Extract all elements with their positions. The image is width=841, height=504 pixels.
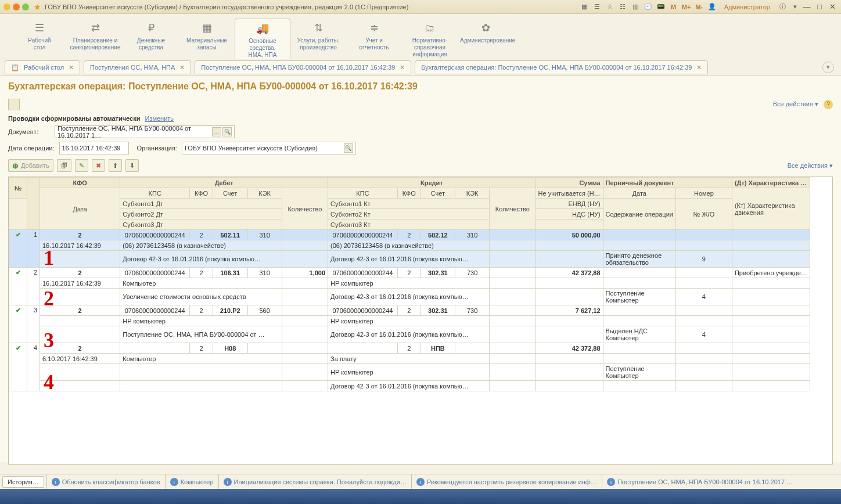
minimize-button[interactable]: — [800,2,813,11]
document-input[interactable]: Поступление ОС, НМА, НПА БУ00-000004 от … [55,125,235,138]
col-pd-date[interactable]: Дата [603,188,675,199]
postings-table[interactable]: № КФО Дебет Кредит Сумма Первичный докум… [8,177,833,465]
tb-icon-star[interactable]: ☆ [605,2,615,12]
doc-search-button[interactable]: 🔍 [222,127,232,136]
table-row-sub[interactable]: Увеличение стоимости основных средств До… [9,289,810,305]
nav-item-5[interactable]: ⇅Услуги, работы,производство [290,19,346,59]
col-envd[interactable]: ЕНВД (НУ) [535,199,603,209]
org-search-button[interactable]: 🔍 [344,143,353,153]
org-input[interactable]: ГОБУ ВПО Университет искусств (Субсидия)… [182,142,356,154]
tb-icon-5[interactable]: 🕘 [643,2,653,12]
table-row[interactable]: ✔ 3 2 070600000000002442210.Р2560 070600… [9,305,810,316]
col-date[interactable]: Дата [40,188,120,230]
table-row-sub[interactable]: 16.10.2017 16:42:39 Компьютер HP компьют… [9,278,810,289]
col-jo[interactable]: № Ж/О [675,199,732,230]
col-noacc[interactable]: Не учитывается (Н… [535,188,603,199]
tab-0[interactable]: 📋 Рабочий стол✕ [5,60,80,74]
nav-item-7[interactable]: 🗂Нормативно-справочнаяинформация [402,19,458,59]
tb-icon-4[interactable]: ▥ [630,2,641,12]
delete-button[interactable]: ✖ [92,159,105,172]
col-content[interactable]: Содержание операции [603,199,675,230]
calc-m[interactable]: M [669,2,679,12]
tab-1[interactable]: Поступления ОС, НМА, НПА✕ [84,60,191,74]
col-n[interactable]: № [9,178,27,199]
help-icon[interactable]: ? [824,100,833,109]
doc-ellipsis-button[interactable]: … [212,127,221,136]
close-icon[interactable]: ✕ [400,64,405,71]
close-button[interactable]: ✕ [826,2,839,11]
col-char-dt[interactable]: (Дт) Характеристика … [732,178,810,188]
col-k-kfo[interactable]: КФО [397,188,420,199]
table-row[interactable]: ✔ 4 2 2H08 2НПВ 42 372,88 [9,343,810,354]
col-k-sub2[interactable]: Субконто2 Кт [328,209,490,219]
tb-icon-2[interactable]: ☰ [592,2,602,12]
date-input[interactable]: 16.10.2017 16:42:39 [59,142,129,154]
close-icon[interactable]: ✕ [696,64,702,71]
all-actions-table-link[interactable]: Все действия ▾ [788,162,833,170]
col-k-sub3[interactable]: Субконто3 Кт [328,219,490,230]
col-d-kfo[interactable]: КФО [190,188,213,199]
tab-2[interactable]: Поступление ОС, НМА, НПА БУ00-000004 от … [195,60,411,74]
col-d-sch[interactable]: Счет [213,188,247,199]
col-d-sub1[interactable]: Субконто1 Дт [120,199,282,209]
tb-icon-3[interactable]: ☷ [617,2,628,12]
status-item-2[interactable]: iИнициализация системы справки. Пожалуйс… [218,474,411,489]
nav-item-3[interactable]: ▦Материальныезапасы [179,19,235,59]
table-row-sub[interactable]: Поступление ОС, НМА, НПА БУ00-000004 от … [9,326,810,343]
copy-button[interactable]: 🗐 [57,159,71,172]
table-row-sub[interactable]: 16.10.2017 16:42:39 (06) 20736123458 (в … [9,240,810,251]
col-k-sch[interactable]: Счет [420,188,455,199]
down-button[interactable]: ⬇ [125,159,139,172]
info-icon[interactable]: ⓘ [777,2,788,12]
star-icon[interactable]: ★ [34,2,41,12]
calc-mplus[interactable]: M+ [681,2,692,12]
col-d-qty[interactable]: Количество [282,188,328,230]
grey-button[interactable] [8,99,20,110]
history-button[interactable]: История… [2,476,44,488]
status-item-4[interactable]: iПоступление ОС, НМА, НПА БУ00-000004 от… [602,474,797,489]
col-k-sub1[interactable]: Субконто1 Кт [328,199,490,209]
col-d-kps[interactable]: КПС [120,188,190,199]
col-char-kt[interactable]: (Кт) Характеристика движения [732,188,810,230]
add-button[interactable]: ⊕Добавить [8,159,53,172]
table-row-sub[interactable]: HP компьютер Поступление Компьютер [9,364,810,381]
dropdown-icon[interactable]: ▾ [790,2,800,12]
col-pd-num[interactable]: Номер [675,188,732,199]
calc-mminus[interactable]: M- [694,2,705,12]
table-row-sub[interactable]: 6.10.2017 16:42:39 Компьютер За плату [9,354,810,364]
close-icon[interactable]: ✕ [179,64,185,71]
nav-item-6[interactable]: ≑Учет иотчетность [346,19,402,59]
col-d-sub2[interactable]: Субконто2 Дт [120,209,282,219]
col-k-kps[interactable]: КПС [328,188,398,199]
close-icon[interactable]: ✕ [69,64,74,71]
expand-button[interactable]: ▾ [822,62,834,73]
table-row[interactable]: ✔ 2 2 070600000000002442106.313101,000 0… [9,268,810,278]
change-link[interactable]: Изменить [145,115,174,122]
col-credit[interactable]: Кредит [328,178,535,188]
edit-button[interactable]: ✎ [75,159,88,172]
table-row-sub[interactable]: Договор 42-3 от 16.01.2016 (покупка комп… [9,251,810,268]
col-sum[interactable]: Сумма [535,178,603,188]
maximize-button[interactable]: □ [813,2,826,11]
nav-item-4[interactable]: 🚚Основные средства,НМА, НПА [235,19,290,59]
up-button[interactable]: ⬆ [109,159,122,172]
table-row[interactable]: ✔ 1 2 070600000000002442502.11310 070600… [9,230,810,240]
col-debit[interactable]: Дебет [120,178,328,188]
col-primdoc[interactable]: Первичный документ [603,178,732,188]
nav-item-1[interactable]: ⇄Планирование исанкционирование [67,19,123,59]
table-row-sub[interactable]: Договор 42-3 от 16.01.2016 (покупка комп… [9,381,810,391]
tab-3[interactable]: Бухгалтерская операция: Поступление ОС, … [415,60,708,74]
nav-item-8[interactable]: ✿Администрирование [458,19,513,59]
status-item-0[interactable]: iОбновить классификатор банков [46,474,165,489]
col-k-qty[interactable]: Количество [490,188,535,230]
nav-item-0[interactable]: ☰Рабочийстол [12,19,67,59]
tb-icon-1[interactable]: ▦ [579,2,590,12]
status-item-1[interactable]: iКомпьютер [165,474,218,489]
table-row-sub[interactable]: HP компьютер HP компьютер [9,316,810,326]
calc-icon[interactable]: 📟 [656,2,666,12]
col-kfo[interactable]: КФО [40,178,120,188]
nav-item-2[interactable]: ₽Денежныесредства [123,19,179,59]
col-k-kek[interactable]: КЭК [455,188,490,199]
status-item-3[interactable]: iРекомендуется настроить резервное копир… [411,474,602,489]
col-d-sub3[interactable]: Субконто3 Дт [120,219,282,230]
